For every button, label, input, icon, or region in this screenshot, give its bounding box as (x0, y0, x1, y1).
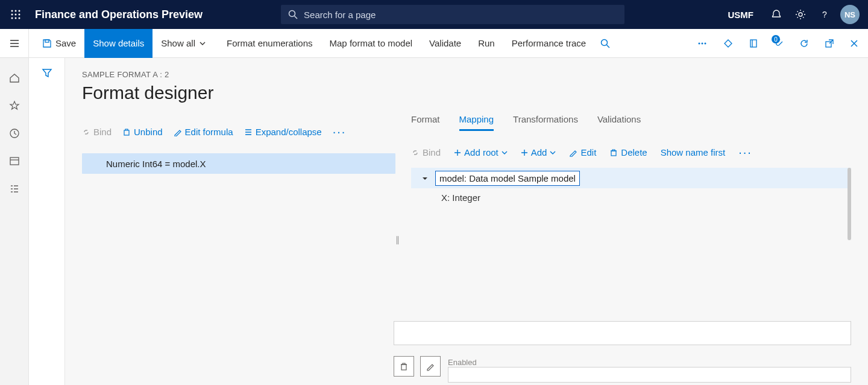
edit-button[interactable]: Edit (569, 147, 596, 158)
delete-expression-button[interactable] (394, 356, 414, 377)
splitter-handle[interactable]: ∥ (395, 235, 400, 244)
save-label: Save (55, 38, 76, 48)
scrollbar-thumb[interactable] (848, 168, 851, 240)
user-avatar[interactable]: NS (840, 5, 860, 24)
tab-transformations[interactable]: Transformations (513, 114, 578, 131)
settings-icon[interactable] (788, 9, 813, 20)
validate-button[interactable]: Validate (421, 29, 470, 58)
svg-text:?: ? (822, 10, 827, 19)
expand-collapse-button[interactable]: Expand/collapse (244, 127, 322, 137)
unbind-button[interactable]: Unbind (122, 127, 163, 137)
attachments-icon[interactable] (768, 29, 793, 58)
svg-rect-25 (401, 364, 406, 370)
search-placeholder: Search for a page (304, 10, 376, 20)
map-format-to-model-button[interactable]: Map format to model (321, 29, 421, 58)
mapping-tree-child[interactable]: X: Integer (411, 188, 851, 206)
find-button[interactable] (594, 29, 620, 58)
svg-point-1 (15, 10, 17, 12)
office-icon[interactable] (743, 29, 768, 58)
tab-validations[interactable]: Validations (597, 114, 641, 131)
help-icon[interactable]: ? (813, 9, 837, 20)
left-overflow-icon[interactable]: ··· (333, 125, 347, 139)
svg-point-9 (289, 11, 295, 17)
add-label: Add (531, 147, 547, 158)
svg-point-0 (11, 10, 13, 12)
edit-formula-label: Edit formula (185, 127, 233, 137)
show-details-button[interactable]: Show details (84, 29, 153, 58)
nav-modules-icon[interactable] (0, 175, 29, 203)
bind-left-button: Bind (82, 127, 112, 137)
svg-point-6 (11, 18, 13, 19)
nav-home-icon[interactable] (0, 64, 29, 92)
edit-expression-button[interactable] (420, 356, 441, 377)
expression-input[interactable] (394, 321, 851, 345)
breadcrumb: SAMPLE FORMAT A : 2 (82, 70, 851, 79)
svg-point-7 (15, 18, 17, 19)
overflow-icon[interactable] (691, 29, 717, 58)
unbind-label: Unbind (134, 127, 163, 137)
svg-point-5 (19, 14, 20, 16)
svg-line-10 (295, 16, 298, 19)
format-tree-row[interactable]: Numeric Int64 = model.X (82, 153, 395, 174)
delete-button[interactable]: Delete (609, 147, 647, 158)
tab-format[interactable]: Format (411, 114, 440, 131)
attachments-badge (774, 37, 787, 49)
svg-rect-24 (611, 151, 616, 156)
enabled-label: Enabled (448, 358, 477, 367)
svg-rect-19 (750, 40, 756, 47)
svg-point-14 (602, 39, 608, 45)
edit-formula-button[interactable]: Edit formula (174, 127, 233, 137)
show-details-label: Show details (93, 38, 144, 48)
page-title: Format designer (82, 83, 851, 103)
run-button[interactable]: Run (470, 29, 503, 58)
nav-workspaces-icon[interactable] (0, 147, 29, 175)
svg-point-16 (699, 42, 700, 44)
tab-mapping[interactable]: Mapping (459, 114, 494, 131)
app-launcher-icon[interactable] (7, 10, 24, 19)
source-control-icon[interactable] (717, 29, 743, 58)
bind-left-label: Bind (93, 127, 112, 137)
svg-line-15 (607, 45, 610, 48)
show-all-label: Show all (161, 38, 195, 48)
show-name-first-button[interactable]: Show name first (661, 147, 726, 158)
company-selector[interactable]: USMF (728, 10, 754, 20)
edit-label: Edit (580, 147, 596, 158)
notifications-icon[interactable] (764, 9, 788, 20)
svg-point-4 (15, 14, 17, 16)
mapping-tree-root[interactable]: model: Data model Sample model (411, 168, 851, 188)
nav-favorites-icon[interactable] (0, 92, 29, 119)
svg-point-2 (19, 10, 20, 12)
bind-right-label: Bind (423, 147, 441, 158)
svg-rect-22 (10, 158, 19, 165)
caret-down-icon[interactable] (422, 173, 428, 183)
delete-label: Delete (621, 147, 647, 158)
add-root-label: Add root (464, 147, 498, 158)
save-button[interactable]: Save (34, 29, 84, 58)
add-button[interactable]: Add (521, 147, 556, 158)
refresh-icon[interactable] (793, 29, 819, 58)
svg-rect-13 (45, 40, 49, 42)
performance-trace-button[interactable]: Performance trace (503, 29, 594, 58)
bind-right-button: Bind (411, 147, 441, 158)
close-icon[interactable] (844, 29, 868, 58)
nav-hamburger[interactable] (0, 29, 29, 58)
format-enumerations-button[interactable]: Format enumerations (218, 29, 321, 58)
svg-point-18 (705, 42, 706, 44)
mapping-tree-root-label: model: Data model Sample model (435, 171, 580, 186)
enabled-field[interactable] (448, 367, 851, 383)
svg-point-11 (799, 13, 802, 16)
right-overflow-icon[interactable]: ··· (738, 145, 752, 159)
show-all-button[interactable]: Show all (153, 29, 218, 58)
svg-point-17 (702, 42, 703, 44)
brand-title: Finance and Operations Preview (35, 8, 203, 21)
svg-rect-23 (124, 130, 129, 135)
expand-collapse-label: Expand/collapse (256, 127, 322, 137)
filter-icon[interactable] (42, 68, 52, 385)
svg-point-3 (11, 14, 13, 16)
popout-icon[interactable] (819, 29, 844, 58)
add-root-button[interactable]: Add root (454, 147, 508, 158)
svg-point-8 (19, 18, 20, 19)
nav-recent-icon[interactable] (0, 119, 29, 147)
global-search[interactable]: Search for a page (281, 5, 624, 24)
